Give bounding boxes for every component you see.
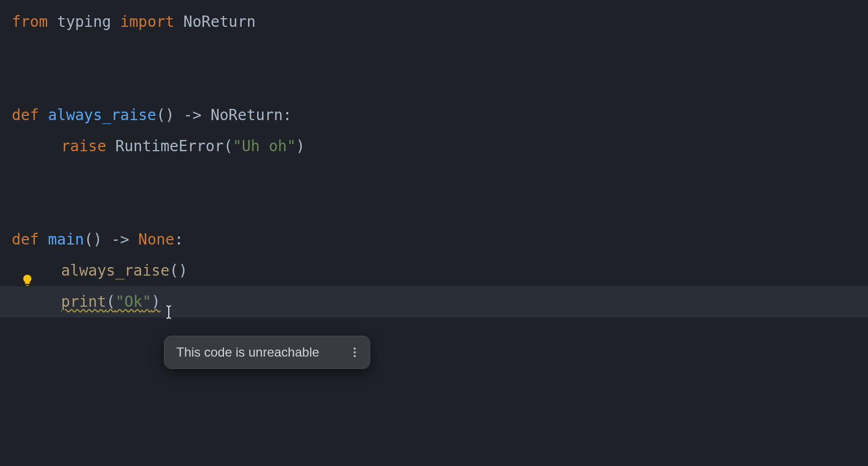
paren-open: ( bbox=[106, 293, 115, 310]
keyword-def: def bbox=[12, 106, 39, 124]
code-editor[interactable]: from typing import NoReturn def always_r… bbox=[0, 0, 868, 317]
string-literal: " bbox=[143, 293, 152, 310]
inspection-tooltip: This code is unreachable bbox=[164, 336, 370, 369]
code-line[interactable]: def always_raise() -> NoReturn: bbox=[12, 100, 868, 131]
string-literal: "Uh oh" bbox=[233, 137, 296, 155]
type-name: NoReturn bbox=[183, 13, 256, 31]
code-line[interactable]: raise RuntimeError("Uh oh") bbox=[12, 131, 868, 162]
function-name: main bbox=[48, 231, 84, 248]
return-type: NoReturn bbox=[211, 106, 283, 124]
paren-close: ) bbox=[152, 293, 161, 310]
parentheses: () bbox=[169, 262, 188, 279]
code-line-empty[interactable] bbox=[12, 38, 868, 69]
paren-close: ) bbox=[296, 137, 305, 155]
keyword-raise: raise bbox=[61, 137, 106, 155]
exception-class: RuntimeError bbox=[115, 137, 223, 155]
function-name: always_raise bbox=[48, 106, 156, 124]
code-line-empty[interactable] bbox=[12, 193, 868, 224]
return-type: None bbox=[138, 231, 174, 248]
more-vertical-icon[interactable] bbox=[351, 345, 358, 359]
code-line-current[interactable]: print("Ok") bbox=[0, 286, 868, 317]
arrow: -> bbox=[102, 231, 138, 248]
parentheses: () bbox=[84, 231, 102, 248]
code-line-empty[interactable] bbox=[12, 69, 868, 100]
code-line[interactable]: def main() -> None: bbox=[12, 224, 868, 255]
keyword-import: import bbox=[120, 13, 174, 31]
lightbulb-icon[interactable] bbox=[19, 272, 35, 289]
tooltip-message: This code is unreachable bbox=[176, 345, 319, 360]
keyword-def: def bbox=[12, 231, 39, 248]
module-name: typing bbox=[57, 13, 111, 31]
parentheses: () bbox=[156, 106, 175, 124]
keyword-from: from bbox=[12, 13, 48, 31]
code-line-empty[interactable] bbox=[12, 162, 868, 193]
arrow: -> bbox=[174, 106, 210, 124]
function-call: always_raise bbox=[61, 262, 169, 279]
string-literal: "Ok bbox=[115, 293, 143, 310]
code-line[interactable]: always_raise() bbox=[12, 255, 868, 286]
code-line[interactable]: from typing import NoReturn bbox=[12, 6, 868, 38]
function-call: print bbox=[61, 293, 106, 310]
paren-open: ( bbox=[223, 137, 233, 155]
colon: : bbox=[283, 106, 292, 124]
colon: : bbox=[174, 231, 183, 248]
